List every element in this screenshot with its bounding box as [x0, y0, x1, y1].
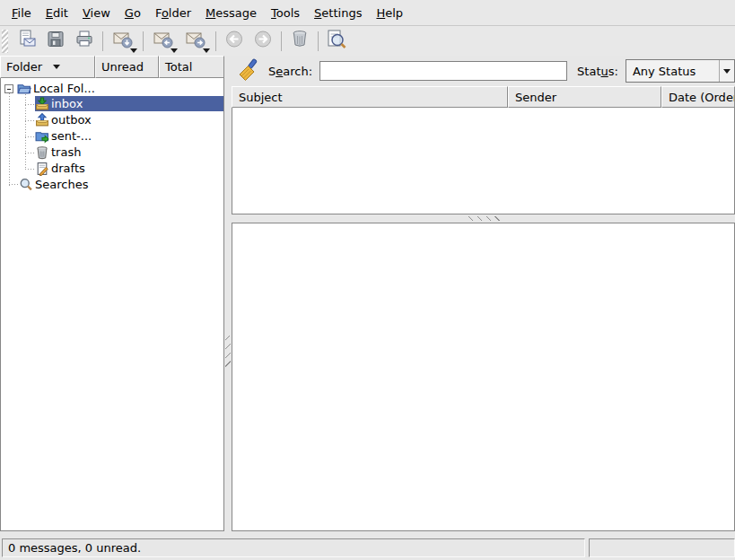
- print-button[interactable]: [70, 28, 99, 55]
- toolbar-separator: [102, 31, 103, 51]
- statusbar-progress-panel: [589, 538, 735, 557]
- horizontal-splitter[interactable]: [232, 214, 735, 223]
- search-folder-icon: [19, 178, 33, 192]
- column-header-sender[interactable]: Sender: [508, 86, 661, 108]
- toolbar-drag-handle[interactable]: [2, 30, 8, 53]
- menu-folder[interactable]: Folder: [148, 3, 198, 23]
- go-back-icon: [223, 29, 245, 53]
- outbox-icon: [35, 113, 49, 127]
- save-icon: [45, 29, 66, 53]
- find-messages-button[interactable]: [322, 28, 351, 55]
- message-list-body: [232, 108, 735, 214]
- main-toolbar: [0, 26, 735, 56]
- trash-icon: [289, 29, 311, 53]
- tree-guide: [25, 94, 26, 169]
- menu-message[interactable]: Message: [198, 3, 264, 23]
- forward-button[interactable]: [179, 28, 212, 55]
- search-label: Search:: [268, 65, 312, 78]
- toolbar-separator: [215, 31, 216, 51]
- toolbar-separator: [143, 31, 144, 51]
- statusbar-message-count: 0 messages, 0 unread.: [2, 538, 585, 557]
- search-input[interactable]: [319, 61, 567, 81]
- tree-guide: [9, 184, 19, 185]
- splitter-grip[interactable]: [468, 216, 503, 221]
- folder-item-trash[interactable]: trash: [35, 144, 223, 160]
- check-mail-button[interactable]: [107, 28, 139, 55]
- trash-folder-icon: [35, 145, 49, 160]
- folder-item-inbox[interactable]: inbox: [35, 96, 223, 111]
- inbox-icon: [35, 97, 49, 111]
- menu-tools[interactable]: Tools: [264, 3, 307, 23]
- toolbar-separator: [281, 31, 282, 51]
- combo-arrow-button[interactable]: [719, 60, 734, 82]
- go-back-button[interactable]: [220, 28, 249, 55]
- menu-file[interactable]: File: [4, 3, 39, 23]
- folder-item-outbox[interactable]: outbox: [35, 112, 223, 127]
- statusbar: 0 messages, 0 unread.: [0, 531, 735, 560]
- clear-search-button[interactable]: [234, 57, 263, 84]
- print-icon: [74, 29, 95, 53]
- quick-search-bar: Search: Status: Any Status: [232, 56, 735, 86]
- column-header-unread[interactable]: Unread: [95, 56, 159, 78]
- menu-settings[interactable]: Settings: [307, 3, 369, 23]
- status-combobox[interactable]: Any Status: [626, 59, 735, 83]
- folder-item-drafts[interactable]: drafts: [35, 161, 223, 176]
- collapse-expander[interactable]: [4, 84, 13, 93]
- splitter-grip[interactable]: [225, 336, 231, 370]
- new-message-icon: [16, 29, 38, 53]
- go-forward-icon: [252, 29, 274, 53]
- column-header-subject[interactable]: Subject: [232, 86, 508, 108]
- menubar: File Edit View Go Folder Message Tools S…: [0, 0, 735, 26]
- column-header-date[interactable]: Date (Order o: [661, 86, 735, 108]
- menu-go[interactable]: Go: [118, 3, 148, 23]
- toolbar-separator: [318, 31, 319, 51]
- broom-icon: [237, 58, 260, 84]
- status-combobox-value: Any Status: [626, 65, 719, 78]
- vertical-splitter[interactable]: [224, 56, 232, 531]
- menu-view[interactable]: View: [75, 3, 118, 23]
- column-header-folder[interactable]: Folder: [0, 56, 95, 78]
- reply-button[interactable]: [147, 28, 179, 55]
- drafts-icon: [35, 162, 49, 176]
- check-mail-dropdown-caret-icon[interactable]: [130, 48, 137, 53]
- folder-list-header: Folder Unread Total: [0, 56, 224, 78]
- chevron-down-icon: [723, 69, 731, 74]
- go-forward-button[interactable]: [249, 28, 277, 55]
- new-message-button[interactable]: [13, 28, 41, 55]
- menu-help[interactable]: Help: [369, 3, 410, 23]
- folder-tree: Local Fol... inbox outbox sent-...: [0, 78, 224, 531]
- open-folder-icon: [17, 82, 31, 96]
- folder-item-searches[interactable]: Searches: [19, 177, 223, 192]
- column-header-total[interactable]: Total: [159, 56, 224, 78]
- folder-item-local-folders[interactable]: Local Fol...: [17, 81, 223, 96]
- menu-edit[interactable]: Edit: [39, 3, 75, 23]
- folder-item-sent-mail[interactable]: sent-...: [35, 128, 223, 144]
- trash-button[interactable]: [285, 28, 314, 55]
- message-preview-pane: [232, 223, 735, 531]
- reply-dropdown-caret-icon[interactable]: [171, 48, 178, 53]
- save-button[interactable]: [41, 28, 70, 55]
- sort-caret-down-icon: [53, 65, 60, 69]
- status-label: Status:: [577, 65, 618, 78]
- sent-mail-icon: [35, 129, 49, 144]
- find-messages-icon: [325, 28, 348, 54]
- message-list-header: Subject Sender Date (Order o: [232, 86, 735, 108]
- forward-dropdown-caret-icon[interactable]: [203, 48, 210, 53]
- tree-guide: [9, 93, 10, 186]
